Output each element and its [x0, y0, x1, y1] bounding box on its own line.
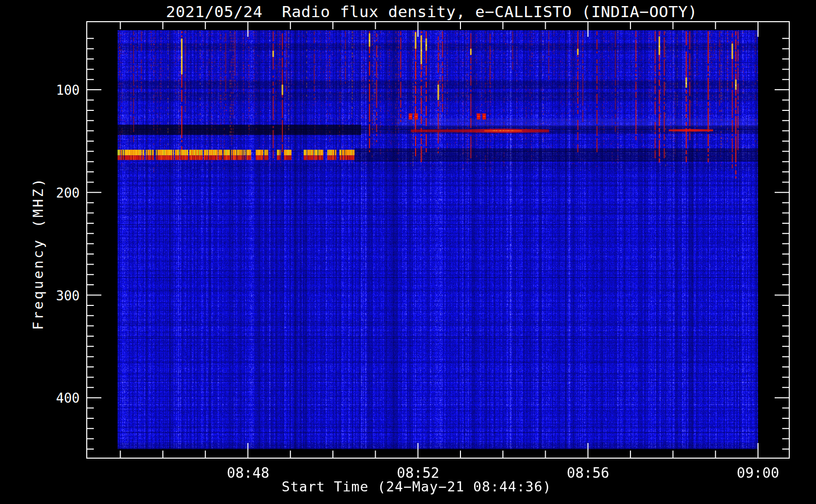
- spectrogram-window: 2021/05/24 Radio flux density, e−CALLIST…: [0, 0, 816, 504]
- axes-frame: [0, 0, 816, 504]
- x-axis-label: Start Time (24−May−21 08:44:36): [64, 479, 770, 494]
